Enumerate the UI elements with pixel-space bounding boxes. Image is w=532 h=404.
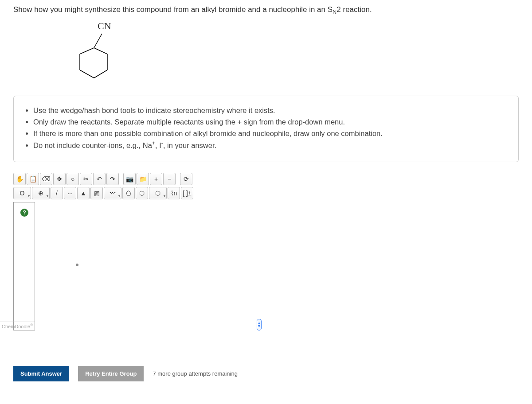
chevron-down-icon: ▾ (28, 194, 30, 198)
single-bond-button[interactable]: / (51, 187, 63, 199)
toolbar-row-1: ✋ 📋 ⌫ ✥ ○ ✂ ↶ ↷ 📷 📁 + − ⟳ (13, 173, 262, 185)
scissors-icon: ✂ (83, 175, 89, 183)
chain-button[interactable]: ⌇n (168, 187, 180, 199)
move-button[interactable]: ✥ (53, 173, 66, 185)
instr-pre: Do not include counter-ions, e.g., Na (33, 141, 152, 149)
camera-button[interactable]: 📷 (123, 173, 136, 185)
molecule-structure (66, 29, 120, 87)
paste-icon: 📋 (29, 175, 37, 183)
ring1-button[interactable]: ⬠ (122, 187, 135, 199)
zoom-in-icon: + (154, 175, 158, 183)
instr-post: , in your answer. (163, 141, 216, 149)
redo-icon: ↷ (110, 175, 115, 183)
chevron-down-icon: ▾ (164, 194, 165, 198)
move-icon: ✥ (57, 175, 62, 183)
svg-line-7 (94, 48, 107, 54)
submit-button[interactable]: Submit Answer (13, 366, 69, 381)
chevron-down-icon: ▾ (118, 194, 120, 198)
wavy-bond-icon: 〰 (110, 190, 116, 197)
hand-tool-button[interactable]: ✋ (13, 173, 26, 185)
undo-button[interactable]: ↶ (93, 173, 106, 185)
plus-icon: ⊕ (38, 190, 43, 197)
clean-icon: ⟳ (184, 175, 189, 183)
instruction-item: Do not include counter-ions, e.g., Na+, … (33, 139, 509, 151)
chevron-down-icon: ▼ (257, 325, 261, 328)
hand-icon: ✋ (16, 175, 23, 183)
paste-button[interactable]: 📋 (27, 173, 39, 185)
resize-handle[interactable]: ▲ ▼ (257, 319, 262, 330)
attempts-remaining: 7 more group attempts remaining (153, 370, 237, 377)
target-molecule: CN (66, 20, 519, 87)
charge-button[interactable]: [ ]± (181, 187, 193, 199)
chain-icon: ⌇n (171, 190, 177, 197)
chemdoodle-brand: ChemDoodle® (0, 322, 35, 330)
lasso-icon: ○ (71, 175, 74, 183)
element-label: O (20, 190, 25, 197)
scissors-button[interactable]: ✂ (80, 173, 92, 185)
clean-button[interactable]: ⟳ (180, 173, 192, 185)
charge-icon: [ ]± (183, 190, 191, 197)
instr-sup1: + (152, 140, 155, 146)
instruction-box: Use the wedge/hash bond tools to indicat… (13, 96, 519, 162)
drawing-canvas[interactable]: ? ChemDoodle® (13, 202, 35, 330)
chemical-editor: ✋ 📋 ⌫ ✥ ○ ✂ ↶ ↷ 📷 📁 + − ⟳ O ▾ ⊕ ▾ / ··· … (13, 173, 262, 330)
plus-dropdown[interactable]: ⊕ ▾ (32, 187, 50, 199)
instr-mid: , I (155, 141, 161, 149)
chevron-down-icon: ▾ (47, 194, 48, 198)
pentagon-icon: ⬠ (126, 190, 131, 197)
folder-icon: 📁 (139, 175, 147, 183)
hash-bond-button[interactable]: ▨ (90, 187, 103, 199)
ring-dropdown[interactable]: ⬡ ▾ (149, 187, 167, 199)
instruction-item: Use the wedge/hash bond tools to indicat… (33, 105, 509, 117)
lasso-button[interactable]: ○ (66, 173, 79, 185)
zoom-out-icon: − (168, 175, 171, 183)
atom-placeholder[interactable] (76, 264, 78, 266)
redo-button[interactable]: ↷ (106, 173, 119, 185)
ring2-button[interactable]: ⬡ (136, 187, 148, 199)
eraser-button[interactable]: ⌫ (40, 173, 52, 185)
wedge-bond-icon: ▲ (80, 190, 86, 197)
dotted-bond-icon: ··· (67, 190, 73, 197)
folder-button[interactable]: 📁 (137, 173, 149, 185)
eraser-icon: ⌫ (42, 175, 51, 183)
camera-icon: 📷 (126, 175, 133, 183)
help-icon: ? (23, 210, 26, 216)
hash-bond-icon: ▨ (94, 190, 100, 197)
dotted-bond-button[interactable]: ··· (64, 187, 76, 199)
hexagon-icon: ⬡ (155, 190, 160, 197)
svg-line-0 (94, 34, 102, 48)
action-bar: Submit Answer Retry Entire Group 7 more … (13, 366, 519, 381)
help-button[interactable]: ? (20, 209, 28, 217)
question-pre: Show how you might synthesize this compo… (13, 5, 332, 14)
svg-line-2 (80, 48, 94, 54)
single-bond-icon: / (56, 190, 58, 197)
retry-button[interactable]: Retry Entire Group (78, 366, 144, 381)
hexagon-icon: ⬡ (139, 190, 145, 197)
undo-icon: ↶ (97, 175, 102, 183)
question-sub: N (332, 8, 336, 15)
instruction-item: Only draw the reactants. Separate multip… (33, 117, 509, 128)
question-text: Show how you might synthesize this compo… (13, 5, 519, 15)
element-dropdown[interactable]: O ▾ (13, 187, 31, 199)
instruction-item: If there is more than one possible combi… (33, 128, 509, 140)
svg-line-4 (80, 70, 94, 78)
zoom-in-button[interactable]: + (150, 173, 162, 185)
question-post: 2 reaction. (336, 5, 372, 14)
wedge-bond-button[interactable]: ▲ (77, 187, 90, 199)
wavy-bond-dropdown[interactable]: 〰 ▾ (104, 187, 121, 199)
zoom-out-button[interactable]: − (163, 173, 176, 185)
svg-line-5 (94, 70, 107, 78)
toolbar-row-2: O ▾ ⊕ ▾ / ··· ▲ ▨ 〰 ▾ ⬠ ⬡ ⬡ ▾ ⌇n [ ]± (13, 187, 262, 199)
